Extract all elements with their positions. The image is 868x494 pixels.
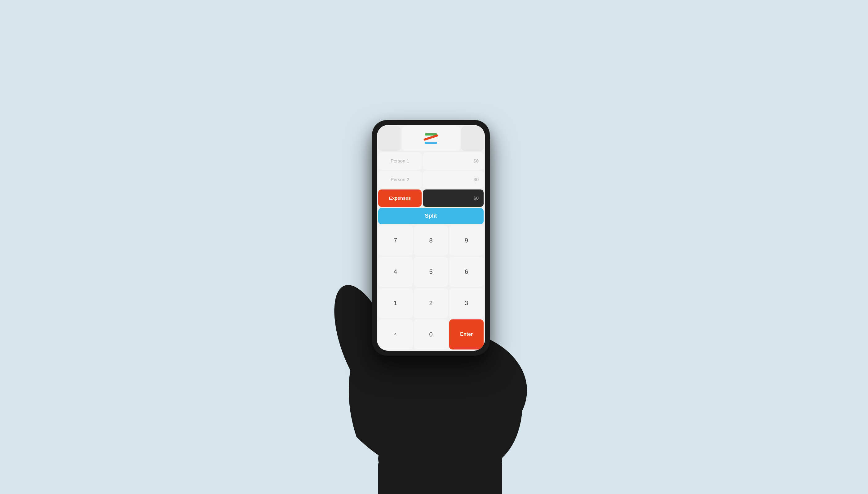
key-8[interactable]: 8 (414, 225, 448, 255)
key-5[interactable]: 5 (414, 257, 448, 287)
app-logo-icon (423, 132, 438, 145)
split-row: Split (377, 207, 485, 225)
key-3[interactable]: 3 (449, 288, 484, 318)
numpad-row-2: 4 5 6 (378, 257, 484, 287)
svg-rect-9 (425, 142, 437, 144)
phone-screen: Person 1 $0 Person 2 $0 Expenses $0 Spli… (377, 125, 485, 351)
svg-point-6 (378, 428, 502, 490)
person1-label[interactable]: Person 1 (378, 152, 421, 170)
numpad-row-4: < 0 Enter (378, 319, 484, 349)
person1-row: Person 1 $0 (377, 152, 485, 170)
logo-area (402, 126, 460, 151)
key-0[interactable]: 0 (414, 319, 448, 349)
key-2[interactable]: 2 (414, 288, 448, 318)
person2-label[interactable]: Person 2 (378, 171, 421, 188)
person2-amount: $0 (423, 171, 484, 188)
phone-body: Person 1 $0 Person 2 $0 Expenses $0 Spli… (372, 120, 490, 356)
expenses-button[interactable]: Expenses (378, 189, 421, 207)
key-7[interactable]: 7 (378, 225, 413, 255)
svg-rect-7 (378, 459, 502, 494)
key-6[interactable]: 6 (449, 257, 484, 287)
numpad-row-1: 7 8 9 (378, 225, 484, 255)
numpad: 7 8 9 4 5 6 1 2 3 < 0 Enter (377, 225, 485, 351)
key-backspace[interactable]: < (378, 319, 413, 349)
top-left-button[interactable] (378, 126, 400, 151)
key-9[interactable]: 9 (449, 225, 484, 255)
split-button[interactable]: Split (378, 208, 484, 224)
phone-mockup: Person 1 $0 Person 2 $0 Expenses $0 Spli… (372, 120, 490, 356)
person2-row: Person 2 $0 (377, 170, 485, 189)
person1-amount: $0 (423, 152, 484, 170)
top-right-button[interactable] (461, 126, 484, 151)
key-enter[interactable]: Enter (449, 319, 484, 349)
numpad-row-3: 1 2 3 (378, 288, 484, 318)
top-section (377, 125, 485, 152)
key-1[interactable]: 1 (378, 288, 413, 318)
expenses-amount: $0 (423, 189, 484, 207)
expenses-row: Expenses $0 (377, 189, 485, 207)
key-4[interactable]: 4 (378, 257, 413, 287)
